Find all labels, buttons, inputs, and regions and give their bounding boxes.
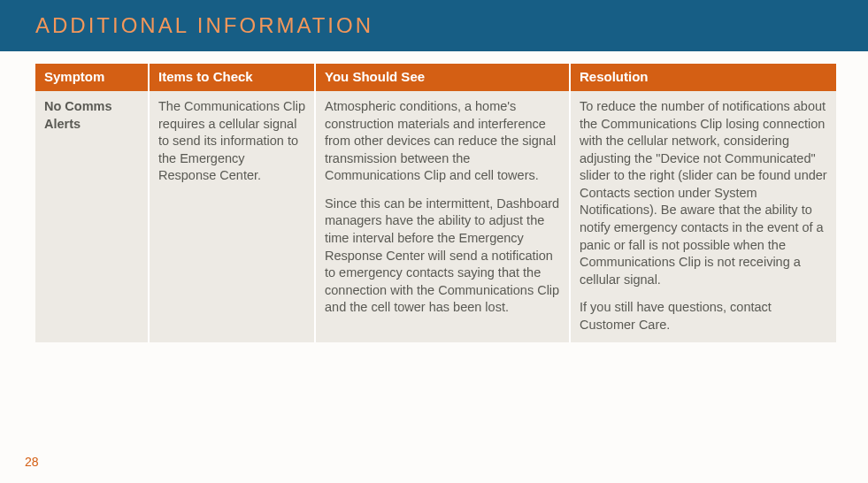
cell-resolution: To reduce the number of notifications ab… [570, 91, 836, 342]
th-resolution: Resolution [570, 64, 836, 91]
page-title: ADDITIONAL INFORMATION [35, 13, 373, 38]
see-p2: Since this can be intermittent, Dashboar… [325, 196, 560, 317]
info-table: Symptom Items to Check You Should See Re… [35, 64, 836, 342]
table-header-row: Symptom Items to Check You Should See Re… [35, 64, 836, 91]
page-number: 28 [25, 455, 39, 469]
th-see: You Should See [315, 64, 570, 91]
content-area: Symptom Items to Check You Should See Re… [0, 51, 868, 342]
see-p1: Atmospheric conditions, a home's constru… [325, 98, 560, 185]
th-symptom: Symptom [35, 64, 149, 91]
cell-symptom: No Comms Alerts [35, 91, 149, 342]
table-row: No Comms Alerts The Communications Clip … [35, 91, 836, 342]
header-band: ADDITIONAL INFORMATION [0, 0, 868, 51]
th-items: Items to Check [149, 64, 315, 91]
items-text: The Communications Clip requires a cellu… [158, 98, 305, 185]
cell-items: The Communications Clip requires a cellu… [149, 91, 315, 342]
res-p2: If you still have questions, contact Cus… [580, 299, 827, 334]
res-p1: To reduce the number of notifications ab… [580, 98, 827, 288]
cell-see: Atmospheric conditions, a home's constru… [315, 91, 570, 342]
